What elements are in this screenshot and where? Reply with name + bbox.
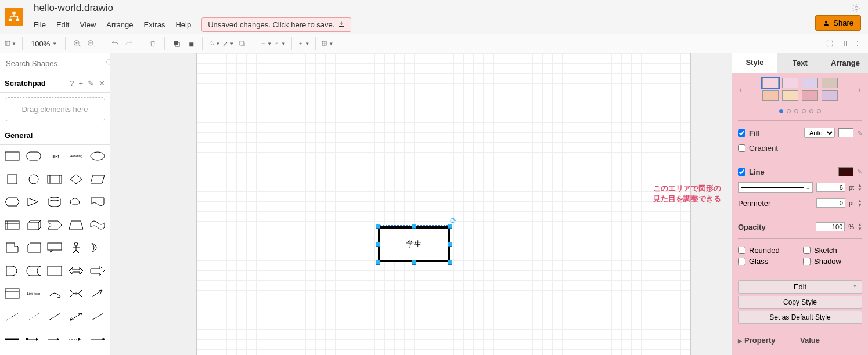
- shape-or[interactable]: [88, 240, 106, 255]
- shape-circle[interactable]: [25, 172, 43, 187]
- shape-note[interactable]: [3, 240, 21, 255]
- shape-rounded-rect[interactable]: [25, 148, 43, 164]
- app-logo[interactable]: [5, 8, 23, 26]
- shape-dashed[interactable]: [3, 309, 21, 324]
- shape-window[interactable]: [3, 286, 21, 301]
- sketch-checkbox[interactable]: [803, 247, 811, 254]
- share-button[interactable]: Share: [815, 15, 861, 31]
- menu-view[interactable]: View: [80, 20, 96, 29]
- shape-data-storage[interactable]: [25, 263, 43, 278]
- redo-icon[interactable]: [123, 38, 135, 49]
- document-title[interactable]: hello-world.drawio: [34, 2, 351, 14]
- help-icon[interactable]: ?: [70, 79, 74, 88]
- shape-conn1[interactable]: [25, 332, 43, 347]
- stepper-icon[interactable]: ▲▼: [858, 199, 862, 207]
- menu-help[interactable]: Help: [175, 20, 191, 29]
- shape-cylinder[interactable]: [46, 194, 64, 209]
- glass-checkbox[interactable]: [738, 258, 745, 265]
- tab-text[interactable]: Text: [777, 53, 823, 73]
- add-icon[interactable]: +: [78, 79, 83, 88]
- line-style-select[interactable]: ⌄: [738, 182, 813, 193]
- color-swatch[interactable]: [782, 78, 798, 88]
- shape-line[interactable]: [46, 309, 64, 324]
- shape-callout[interactable]: [46, 240, 64, 255]
- shape-internal-storage[interactable]: [3, 218, 21, 233]
- canvas-area[interactable]: 学生 ⟳ このエリアで図形の 見た目を調整できる: [110, 53, 732, 355]
- delete-icon[interactable]: [147, 38, 159, 49]
- connection-icon[interactable]: ▼: [260, 38, 272, 49]
- page-dot[interactable]: [809, 109, 813, 113]
- shape-thick-line[interactable]: [3, 332, 21, 347]
- shape-dotted[interactable]: [25, 309, 43, 324]
- shadow-icon[interactable]: [236, 38, 248, 49]
- page-dot[interactable]: [787, 109, 791, 113]
- insert-icon[interactable]: ▼: [298, 38, 309, 49]
- shape-bidir-line[interactable]: [67, 309, 85, 324]
- shape-document[interactable]: [88, 194, 106, 209]
- to-front-icon[interactable]: [171, 38, 182, 49]
- format-panel-icon[interactable]: [838, 38, 849, 49]
- shape-parallelogram[interactable]: [88, 172, 106, 187]
- page-dot[interactable]: [794, 109, 798, 113]
- color-swatch[interactable]: [762, 78, 779, 88]
- shape-arrow-ne[interactable]: [88, 286, 106, 301]
- line-width-input[interactable]: [816, 183, 845, 192]
- shape-container[interactable]: [46, 263, 64, 278]
- shape-conn3[interactable]: [67, 332, 85, 347]
- opacity-input[interactable]: [816, 222, 845, 231]
- appearance-icon[interactable]: [852, 3, 861, 15]
- shape-square[interactable]: [3, 172, 21, 187]
- shape-conn4[interactable]: [88, 332, 106, 347]
- resize-handle-sw[interactable]: [376, 260, 380, 265]
- shape-arrow-both[interactable]: [67, 263, 85, 278]
- shape-cube[interactable]: [25, 218, 43, 233]
- pencil-icon[interactable]: ✎: [857, 168, 862, 176]
- stepper-icon[interactable]: ▲▼: [858, 223, 862, 231]
- edit-icon[interactable]: ✎: [88, 79, 94, 88]
- fill-color-icon[interactable]: ▼: [208, 38, 220, 49]
- shape-card[interactable]: [25, 240, 43, 255]
- scratchpad-dropzone[interactable]: Drag elements here: [5, 97, 105, 121]
- line-color-icon[interactable]: ▼: [222, 38, 234, 49]
- shape-heading[interactable]: Heading: [67, 148, 85, 164]
- shape-conn2[interactable]: [46, 332, 64, 347]
- close-icon[interactable]: ✕: [99, 79, 105, 88]
- sidebar-toggle-icon[interactable]: ▼: [5, 38, 16, 49]
- waypoint-icon[interactable]: ▼: [274, 38, 286, 49]
- copy-style-button[interactable]: Copy Style: [738, 296, 862, 309]
- general-section[interactable]: General: [0, 126, 110, 145]
- gradient-checkbox[interactable]: [738, 144, 745, 152]
- resize-handle-n[interactable]: [412, 224, 416, 229]
- undo-icon[interactable]: [109, 38, 121, 49]
- resize-handle-e[interactable]: [448, 242, 452, 247]
- rounded-checkbox[interactable]: [738, 247, 745, 254]
- color-swatch[interactable]: [822, 78, 838, 88]
- page-dot[interactable]: [802, 109, 806, 113]
- swatch-next-icon[interactable]: ›: [857, 85, 862, 94]
- color-swatch[interactable]: [802, 78, 818, 88]
- perimeter-input[interactable]: [816, 198, 845, 208]
- shape-arrow-right[interactable]: [88, 263, 106, 278]
- resize-handle-se[interactable]: [448, 260, 452, 265]
- shadow-checkbox[interactable]: [803, 258, 811, 265]
- pencil-icon[interactable]: ✎: [857, 129, 862, 137]
- shape-and[interactable]: [3, 263, 21, 278]
- fill-mode-select[interactable]: Auto: [804, 128, 835, 138]
- shape-diamond[interactable]: [67, 172, 85, 187]
- fill-color-box[interactable]: [838, 128, 853, 137]
- resize-handle-s[interactable]: [412, 260, 416, 265]
- shape-trapezoid[interactable]: [67, 218, 85, 233]
- shape-cloud[interactable]: [67, 194, 85, 209]
- zoom-level[interactable]: 100%▼: [28, 39, 59, 48]
- canvas[interactable]: 学生 ⟳: [196, 53, 691, 355]
- resize-handle-w[interactable]: [376, 242, 380, 247]
- menu-edit[interactable]: Edit: [56, 20, 69, 29]
- shape-rectangle[interactable]: [3, 148, 21, 164]
- line-color-box[interactable]: [838, 167, 853, 176]
- resize-handle-nw[interactable]: [376, 224, 380, 229]
- set-default-button[interactable]: Set as Default Style: [738, 311, 862, 324]
- shape-step[interactable]: [46, 218, 64, 233]
- zoom-in-icon[interactable]: [71, 38, 83, 49]
- stepper-icon[interactable]: ▲▼: [858, 183, 862, 191]
- fill-checkbox[interactable]: [738, 129, 745, 137]
